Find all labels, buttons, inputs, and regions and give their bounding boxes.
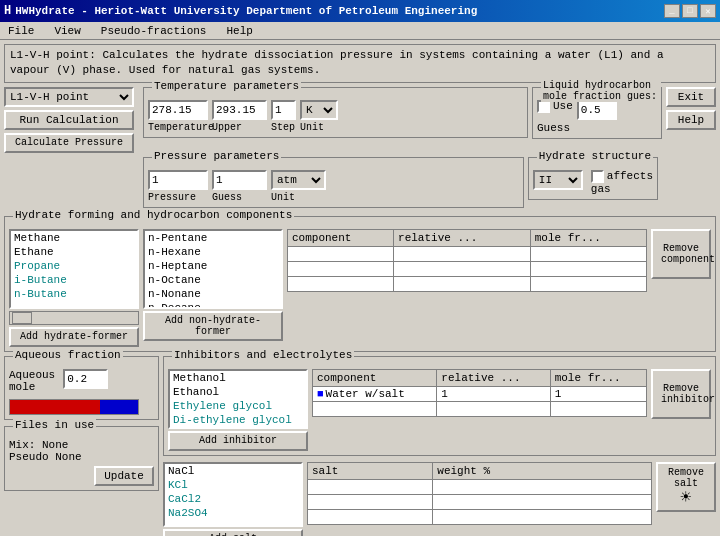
list-item-nnonane[interactable]: n-Nonane: [145, 287, 281, 301]
empty-cell8: [394, 276, 531, 291]
info-line1: L1-V-H point: Calculates the hydrate dis…: [10, 48, 710, 63]
pressure-guess-input[interactable]: [212, 170, 267, 190]
unit-selector[interactable]: K: [300, 100, 338, 120]
close-button[interactable]: ✕: [700, 4, 716, 18]
salts-section: NaCl KCl CaCl2 Na2SO4 Add salt salt weig…: [163, 462, 716, 536]
remove-inhibitor-button[interactable]: Remove inhibitor: [651, 369, 711, 419]
inh-water-rel: 1: [437, 386, 550, 401]
list-item-ethylene-glycol[interactable]: Ethylene glycol: [170, 399, 306, 413]
sun-icon: ☀: [666, 489, 706, 507]
menu-view[interactable]: View: [50, 24, 84, 38]
salt-col-weight: weight %: [433, 462, 652, 479]
maximize-button[interactable]: □: [682, 4, 698, 18]
inh-col-mole: mole fr...: [550, 369, 646, 386]
aqueous-col: Aqueous fraction Aqueousmole Files in us…: [4, 356, 159, 536]
salts-list-col: NaCl KCl CaCl2 Na2SO4 Add salt: [163, 462, 303, 536]
list-item-nacl[interactable]: NaCl: [165, 464, 301, 478]
list-item-methane[interactable]: Methane: [11, 231, 137, 245]
hydrate-structure-group: Hydrate structure II I affects gas: [528, 157, 658, 200]
unit-label: Unit: [300, 122, 338, 133]
temperature-input[interactable]: [148, 100, 208, 120]
pseudo-row: Pseudo None: [9, 451, 154, 463]
phase-selector[interactable]: L1-V-H point: [4, 87, 134, 107]
upper-label: Upper: [212, 122, 267, 133]
aqueous-row: Aqueousmole: [9, 369, 154, 393]
scrollbar-thumb[interactable]: [12, 312, 32, 324]
color-bar: [9, 399, 139, 415]
update-button[interactable]: Update: [94, 466, 154, 486]
inhibitors-table: component relative ... mole fr... ■Water…: [312, 369, 647, 417]
menu-help[interactable]: Help: [222, 24, 256, 38]
list-item-ethane[interactable]: Ethane: [11, 245, 137, 259]
salt-row-empty2: [308, 494, 652, 509]
remove-salt-button[interactable]: Remove salt ☀: [656, 462, 716, 512]
pressure-params-title: Pressure parameters: [152, 150, 281, 162]
list-item-diethylene-glycol[interactable]: Di-ethylene glycol: [170, 413, 306, 427]
empty-cell4: [288, 261, 394, 276]
top-controls: L1-V-H point Run Calculation Calculate P…: [4, 87, 716, 153]
list-item-cacl2[interactable]: CaCl2: [165, 492, 301, 506]
list-item-propane[interactable]: Propane: [11, 259, 137, 273]
list-item-ethanol[interactable]: Ethanol: [170, 385, 306, 399]
col-component: component: [288, 229, 394, 246]
aqueous-input[interactable]: [63, 369, 108, 389]
table-row-empty: [288, 246, 647, 261]
run-calculation-button[interactable]: Run Calculation: [4, 110, 134, 130]
pressure-input[interactable]: [148, 170, 208, 190]
list-item-ibutane[interactable]: i-Butane: [11, 273, 137, 287]
list-item-nbutane[interactable]: n-Butane: [11, 287, 137, 301]
pseudo-value: None: [55, 451, 81, 463]
menu-file[interactable]: File: [4, 24, 38, 38]
list-item-na2so4[interactable]: Na2SO4: [165, 506, 301, 520]
hc-guess-input[interactable]: [577, 100, 617, 120]
add-non-hydrate-former-button[interactable]: Add non-hydrate-former: [143, 311, 283, 341]
add-salt-button[interactable]: Add salt: [163, 529, 303, 536]
upper-temp-input[interactable]: [212, 100, 267, 120]
app-icon: H: [4, 4, 11, 18]
remove-component-button[interactable]: Remove component: [651, 229, 711, 279]
list-item-nheptane[interactable]: n-Heptane: [145, 259, 281, 273]
list-item-methanol[interactable]: Methanol: [170, 371, 306, 385]
help-button[interactable]: Help: [666, 110, 716, 130]
pressure-unit-selector[interactable]: atm: [271, 170, 326, 190]
add-hydrate-former-button[interactable]: Add hydrate-former: [9, 327, 139, 347]
minimize-button[interactable]: _: [664, 4, 680, 18]
list-item-ndecane[interactable]: n-Decane: [145, 301, 281, 309]
remove-component-col: Remove component: [651, 229, 711, 279]
menu-pseudo-fractions[interactable]: Pseudo-fractions: [97, 24, 211, 38]
exit-button[interactable]: Exit: [666, 87, 716, 107]
mix-value: None: [42, 439, 68, 451]
main-content: L1-V-H point: Calculates the hydrate dis…: [0, 40, 720, 536]
calculate-pressure-button[interactable]: Calculate Pressure: [4, 133, 134, 153]
temp-params-title: Temperature parameters: [152, 80, 301, 92]
components-right-list[interactable]: n-Pentane n-Hexane n-Heptane n-Octane n-…: [143, 229, 283, 309]
inh-row-water: ■Water w/salt 1 1: [313, 386, 647, 401]
guess-label: Guess: [537, 122, 570, 134]
components-left-list[interactable]: Methane Ethane Propane i-Butane n-Butane: [9, 229, 139, 309]
files-group: Files in use Mix: None Pseudo None Updat…: [4, 426, 159, 491]
left-list-scrollbar[interactable]: [9, 311, 139, 325]
hydrate-structure-selector[interactable]: II I: [533, 170, 583, 190]
temp-inputs-row: K: [148, 100, 523, 120]
list-item-kcl[interactable]: KCl: [165, 478, 301, 492]
salt-col-salt: salt: [308, 462, 433, 479]
add-inhibitor-button[interactable]: Add inhibitor: [168, 431, 308, 451]
remove-salt-label: Remove salt: [668, 467, 704, 489]
titlebar: H HWHydrate - Heriot-Watt University Dep…: [0, 0, 720, 22]
affects-checkbox[interactable]: [591, 170, 604, 183]
color-bar-red: [10, 400, 100, 414]
empty-cell2: [394, 246, 531, 261]
inhibitors-list-col: Methanol Ethanol Ethylene glycol Di-ethy…: [168, 369, 308, 451]
left-controls: L1-V-H point Run Calculation Calculate P…: [4, 87, 139, 153]
temp-labels-row: Temperature Upper Step Unit: [148, 122, 523, 133]
list-item-noctane[interactable]: n-Octane: [145, 273, 281, 287]
inhibitors-list[interactable]: Methanol Ethanol Ethylene glycol Di-ethy…: [168, 369, 308, 429]
table-row-empty2: [288, 261, 647, 276]
step-input[interactable]: [271, 100, 296, 120]
aqueous-group: Aqueous fraction Aqueousmole: [4, 356, 159, 420]
salts-list[interactable]: NaCl KCl CaCl2 Na2SO4: [163, 462, 303, 527]
files-title: Files in use: [13, 419, 96, 431]
list-item-nhexane[interactable]: n-Hexane: [145, 245, 281, 259]
list-item-npentane[interactable]: n-Pentane: [145, 231, 281, 245]
mix-row: Mix: None: [9, 439, 154, 451]
